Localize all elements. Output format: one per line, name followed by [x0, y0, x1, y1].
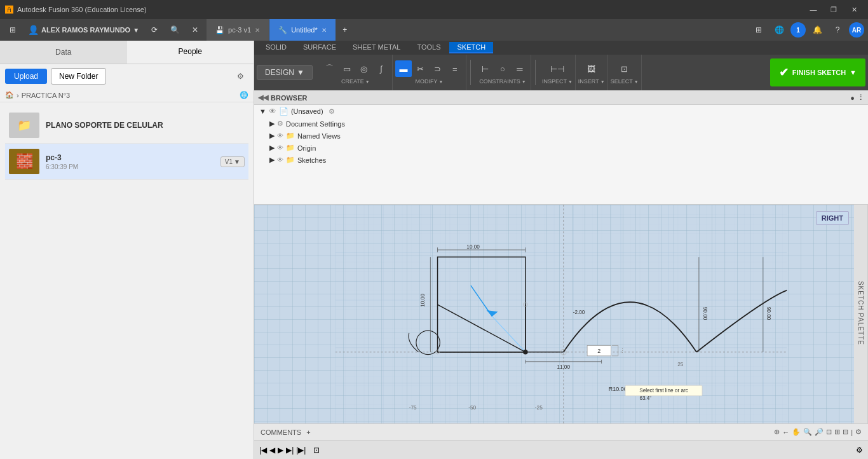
user-dropdown-icon[interactable]: ▼: [133, 27, 139, 34]
maximize-button[interactable]: ❐: [825, 3, 843, 17]
design-button[interactable]: DESIGN ▼: [257, 65, 313, 80]
insert-dropdown-icon[interactable]: ▼: [600, 79, 605, 84]
tab-sketch[interactable]: SKETCH: [449, 42, 493, 53]
add-comment-icon[interactable]: +: [306, 428, 310, 436]
nav-icon3[interactable]: ✋: [792, 428, 801, 436]
tab-sheetmetal[interactable]: SHEET METAL: [345, 42, 408, 53]
select-dropdown-icon[interactable]: ▼: [634, 79, 639, 84]
eye-icon[interactable]: 👁: [269, 107, 276, 116]
next-icon[interactable]: ▶|: [286, 446, 294, 455]
insert-image[interactable]: 🖼: [583, 60, 600, 77]
close-button[interactable]: ✕: [845, 3, 863, 17]
tab-people[interactable]: People: [127, 41, 254, 64]
svg-text:90.00: 90.00: [702, 307, 708, 320]
offset-tool[interactable]: ⊃: [430, 60, 446, 77]
tab-untitled[interactable]: 🔧 Untitled* ✕: [269, 19, 336, 41]
inspect-dropdown-icon[interactable]: ▼: [568, 79, 573, 84]
extensions-icon[interactable]: ⊞: [750, 21, 768, 39]
panel-toolbar: Upload New Folder ⚙: [0, 64, 254, 88]
settings-bottom-icon[interactable]: ⚙: [856, 446, 863, 455]
browser-named-views[interactable]: ▶ 👁 📁 Named Views: [254, 130, 868, 142]
timeline-icon[interactable]: ⊡: [313, 446, 320, 455]
browser-collapse[interactable]: ◀◀: [258, 93, 268, 102]
tab-tools[interactable]: TOOLS: [409, 42, 448, 53]
settings-icon[interactable]: ⚙: [329, 107, 335, 116]
user-menu[interactable]: 👤 ALEX RAMOS RAYMUNDO ▼: [24, 24, 143, 36]
help-icon[interactable]: ?: [829, 21, 846, 39]
browser-sketches[interactable]: ▶ 👁 📁 Sketches: [254, 154, 868, 166]
user-avatar[interactable]: 1: [790, 22, 806, 38]
sketches-label: Sketches: [297, 156, 326, 164]
refresh-button[interactable]: ⟳: [146, 21, 163, 39]
home-icon[interactable]: 🏠: [5, 91, 14, 99]
new-folder-button[interactable]: New Folder: [51, 68, 106, 85]
user-initials[interactable]: AR: [849, 22, 864, 38]
tab-pc3[interactable]: 💾 pc-3 v1 ✕: [207, 19, 269, 41]
sketch-palette-label[interactable]: SKETCH PALETTE: [856, 277, 865, 348]
tab-pc3-close[interactable]: ✕: [255, 27, 260, 34]
browser-options[interactable]: ⋮: [857, 93, 864, 102]
add-tab-button[interactable]: +: [336, 21, 354, 39]
skip-end-icon[interactable]: |▶|: [296, 446, 306, 455]
nav-icon2[interactable]: ←: [782, 428, 789, 436]
browser-collapse-right[interactable]: ●: [850, 94, 855, 102]
tab-untitled-close[interactable]: ✕: [322, 27, 327, 34]
circle-tool[interactable]: ◎: [356, 60, 372, 77]
create-dropdown-icon[interactable]: ▼: [365, 79, 370, 84]
nav-icon6[interactable]: ⊡: [826, 428, 832, 436]
arc-tool[interactable]: ⌒: [322, 60, 338, 77]
breadcrumb-icon[interactable]: 🌐: [240, 91, 248, 99]
eye-icon2[interactable]: 👁: [277, 132, 283, 139]
trim-tool[interactable]: ✂: [412, 60, 429, 77]
notification-icon[interactable]: 🔔: [808, 21, 826, 39]
tab-solid[interactable]: SOLID: [258, 42, 294, 53]
inspect-measure[interactable]: ⊢⊣: [549, 60, 566, 77]
view-cube[interactable]: RIGHT: [816, 211, 849, 225]
list-item[interactable]: 📁 PLANO SOPORTE DE CELULAR: [5, 107, 248, 144]
finish-sketch-button[interactable]: ✔ FINISH SKETCH ▼: [770, 58, 865, 86]
finish-sketch-dropdown[interactable]: ▼: [850, 69, 857, 76]
list-item[interactable]: 🧱 pc-3 6:30:39 PM V1 ▼: [5, 144, 248, 180]
online-icon[interactable]: 🌐: [770, 21, 788, 39]
prev-icon[interactable]: ◀: [269, 446, 275, 455]
grid-settings[interactable]: ⚙: [855, 428, 862, 436]
version-badge[interactable]: V1 ▼: [220, 156, 245, 167]
file-name: pc-3: [46, 153, 214, 162]
modify-fill[interactable]: ▬: [395, 60, 412, 77]
browser-origin[interactable]: ▶ 👁 📁 Origin: [254, 142, 868, 154]
grid-menu-icon[interactable]: ⊞: [4, 21, 22, 39]
tab-surface[interactable]: SURFACE: [295, 42, 344, 53]
select-tool[interactable]: ⊡: [616, 60, 633, 77]
nav-icon8[interactable]: ⊟: [843, 428, 848, 436]
mirror-tool[interactable]: =: [447, 60, 463, 77]
tab-data[interactable]: Data: [0, 41, 127, 64]
browser-header: ◀◀ BROWSER ● ⋮: [254, 91, 868, 105]
constraints-dropdown-icon[interactable]: ▼: [522, 79, 526, 84]
eye-icon3[interactable]: 👁: [277, 144, 283, 151]
curve-tool[interactable]: ∫: [373, 60, 390, 77]
rect-tool[interactable]: ▭: [339, 60, 355, 77]
constraint2[interactable]: ○: [494, 60, 511, 77]
skip-start-icon[interactable]: |◀: [259, 446, 267, 455]
settings-icon[interactable]: ⚙: [232, 68, 248, 85]
eye-icon4[interactable]: 👁: [277, 156, 283, 163]
nav-icon5[interactable]: 🔎: [815, 428, 824, 436]
browser-unsaved[interactable]: ▼ 👁 📄 (Unsaved) ⚙: [254, 105, 868, 118]
search-button[interactable]: 🔍: [166, 21, 184, 39]
close-panel-button[interactable]: ✕: [186, 21, 204, 39]
nav-icon1[interactable]: ⊕: [774, 428, 780, 436]
play-icon[interactable]: ▶: [278, 446, 283, 455]
upload-button[interactable]: Upload: [5, 69, 47, 84]
browser-doc-settings[interactable]: ▶ ⚙ Document Settings: [254, 118, 868, 130]
nav-icon4[interactable]: 🔍: [803, 428, 812, 436]
modify-group: ▬ ✂ ⊃ = MODIFY ▼: [393, 55, 466, 90]
tab-pc3-icon: 💾: [215, 26, 224, 34]
constraint1[interactable]: ⊢: [477, 60, 494, 77]
canvas-area[interactable]: -75 -50 -25 25: [254, 205, 868, 423]
file-info: PLANO SOPORTE DE CELULAR: [46, 121, 245, 130]
constraint3[interactable]: ═: [512, 60, 528, 77]
nav-icon7[interactable]: ⊞: [834, 428, 840, 436]
modify-dropdown-icon[interactable]: ▼: [438, 79, 443, 84]
minimize-button[interactable]: —: [804, 3, 822, 17]
breadcrumb-label[interactable]: PRACTICA N°3: [22, 92, 71, 99]
